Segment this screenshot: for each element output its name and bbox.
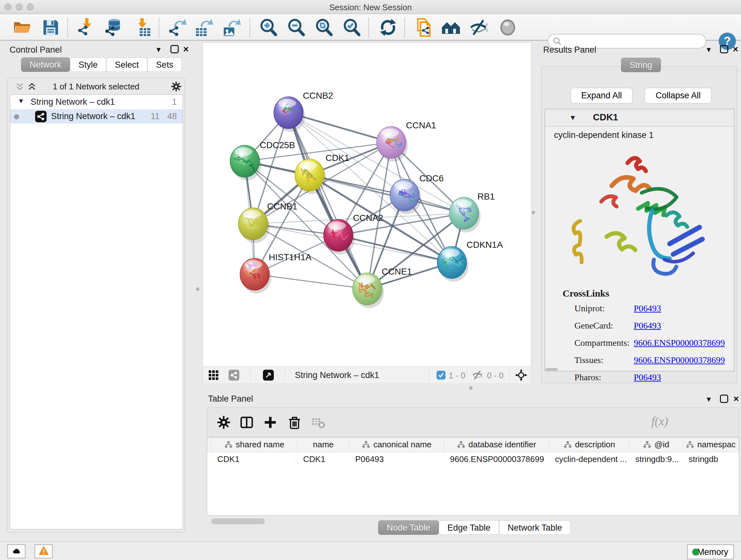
string-results-box: Expand All Collapse All ▼ CDK1 cyclin-de… bbox=[541, 66, 737, 383]
network-row[interactable]: String Network – cdk1 11 48 bbox=[10, 109, 183, 124]
control-tab-sets[interactable]: Sets bbox=[147, 57, 182, 72]
birdseye-crosshair-icon[interactable] bbox=[515, 368, 528, 382]
network-view-icon[interactable] bbox=[228, 370, 239, 381]
crosslink-link[interactable]: 9606.ENSP00000378699 bbox=[634, 355, 725, 365]
table-panel-title: Table Panel bbox=[208, 394, 253, 404]
show-all-button[interactable] bbox=[498, 18, 517, 37]
delete-column-icon[interactable] bbox=[287, 415, 301, 429]
zoom-fit-button[interactable] bbox=[315, 18, 333, 37]
collection-count: 1 bbox=[172, 97, 177, 107]
results-panel-float-button[interactable] bbox=[720, 45, 728, 53]
table-scrollbar-handle[interactable] bbox=[211, 518, 265, 524]
network-canvas[interactable]: CCNB2CCNA1CDC25BCDK1CDC6RB1CCNB1CCNA2CDK… bbox=[203, 43, 531, 367]
hide-selected-button[interactable] bbox=[469, 18, 487, 37]
column-header-canonical-name[interactable]: canonical name bbox=[349, 437, 444, 452]
delete-table-icon[interactable] bbox=[311, 415, 325, 429]
protein-section-header[interactable]: ▼ CDK1 bbox=[545, 109, 734, 126]
table-panel-close-button[interactable]: × bbox=[733, 393, 739, 404]
control-tab-style[interactable]: Style bbox=[70, 57, 106, 72]
network-options-gear-icon[interactable] bbox=[171, 81, 182, 92]
protein-expander-icon[interactable]: ▼ bbox=[569, 114, 576, 122]
collapse-all-button[interactable]: Collapse All bbox=[645, 88, 712, 104]
cloud-status-button[interactable] bbox=[7, 544, 25, 558]
results-tab-string[interactable]: String bbox=[621, 58, 661, 72]
import-network-file-button[interactable] bbox=[77, 18, 96, 37]
first-neighbors-button[interactable] bbox=[442, 18, 460, 37]
row-gutter bbox=[207, 437, 212, 452]
table-tab-network-table[interactable]: Network Table bbox=[499, 520, 571, 535]
grid-view-icon[interactable] bbox=[208, 370, 219, 381]
crosslink-link[interactable]: P06493 bbox=[634, 303, 661, 314]
cell-shared-name[interactable]: CDK1 bbox=[212, 452, 297, 466]
network-icon bbox=[35, 111, 47, 122]
column-header-name[interactable]: name bbox=[297, 437, 349, 452]
network-edge-HIST1H1A-CCNE1[interactable] bbox=[255, 274, 367, 289]
table-toolbar: f(x) bbox=[207, 408, 739, 437]
control-panel-float-button[interactable] bbox=[171, 45, 179, 53]
card-scrollbar-handle[interactable] bbox=[546, 368, 558, 371]
shared-column-icon bbox=[643, 441, 651, 449]
collection-expander-icon[interactable]: ▼ bbox=[18, 98, 24, 105]
detach-view-icon[interactable] bbox=[263, 370, 274, 381]
table-tab-node-table[interactable]: Node Table bbox=[378, 520, 439, 535]
zoom-out-button[interactable] bbox=[287, 18, 306, 37]
zoom-selected-button[interactable] bbox=[342, 18, 361, 37]
column-header-shared-name[interactable]: shared name bbox=[212, 437, 297, 452]
results-panel-close-button[interactable]: × bbox=[733, 44, 738, 55]
show-columns-icon[interactable] bbox=[240, 415, 254, 429]
crosslink-link[interactable]: 9606.ENSP00000378699 bbox=[634, 338, 725, 348]
cell-canonical-name[interactable]: P06493 bbox=[349, 452, 444, 466]
column-header--id[interactable]: @id bbox=[630, 437, 683, 452]
export-table-button[interactable] bbox=[195, 18, 213, 37]
memory-status-button[interactable]: Memory bbox=[687, 544, 734, 559]
selected-checkbox-icon[interactable] bbox=[436, 371, 446, 380]
annotations-document-button[interactable] bbox=[414, 18, 433, 37]
crosslink-row: Uniprot:P06493 bbox=[545, 299, 734, 316]
import-network-database-button[interactable] bbox=[105, 18, 123, 37]
results-panel-menu-icon[interactable]: ▼ bbox=[705, 46, 712, 54]
warnings-button[interactable] bbox=[35, 544, 53, 558]
node-label-CCNE1: CCNE1 bbox=[382, 266, 412, 276]
import-table-file-button[interactable] bbox=[133, 18, 151, 37]
network-view[interactable]: CCNB2CCNA1CDC25BCDK1CDC6RB1CCNB1CCNA2CDK… bbox=[203, 43, 531, 383]
table-panel-float-button[interactable] bbox=[720, 395, 728, 403]
network-selection-row: 1 of 1 Network selected bbox=[7, 81, 185, 92]
network-edge-CCNB2-CCNE1[interactable] bbox=[288, 113, 367, 289]
apply-layout-button[interactable] bbox=[379, 18, 397, 37]
cell-name[interactable]: CDK1 bbox=[297, 452, 349, 466]
right-splitter-handle[interactable] bbox=[532, 211, 535, 214]
crosslink-link[interactable]: P06493 bbox=[634, 372, 661, 382]
table-options-gear-icon[interactable] bbox=[217, 415, 231, 429]
crosslink-row: GeneCard:P06493 bbox=[545, 316, 734, 333]
network-edge-CCNA2-CDKN1A[interactable] bbox=[338, 235, 452, 262]
open-session-button[interactable] bbox=[13, 18, 31, 37]
export-image-button[interactable] bbox=[222, 18, 241, 37]
left-splitter-handle[interactable] bbox=[196, 287, 199, 291]
control-tab-select[interactable]: Select bbox=[106, 57, 147, 72]
cell-database-identifier[interactable]: 9606.ENSP00000378699 bbox=[444, 452, 549, 466]
crosslink-label: Tissues: bbox=[575, 355, 603, 365]
control-panel-menu-icon[interactable]: ▼ bbox=[155, 46, 162, 54]
table-panel-menu-icon[interactable]: ▼ bbox=[705, 395, 712, 403]
add-column-icon[interactable] bbox=[263, 415, 277, 429]
control-tab-network[interactable]: Network bbox=[21, 57, 70, 72]
bottom-splitter-handle[interactable] bbox=[469, 386, 473, 390]
column-header-database-identifier[interactable]: database identifier bbox=[444, 437, 549, 452]
node-label-CCNB2: CCNB2 bbox=[303, 91, 333, 101]
cell-description[interactable]: cyclin-dependent ... bbox=[549, 452, 630, 466]
column-header-namespac[interactable]: namespac bbox=[683, 437, 739, 452]
network-collection-row[interactable]: ▼ String Network – cdk1 1 bbox=[10, 95, 183, 109]
cell-namespac[interactable]: stringdb bbox=[683, 452, 739, 466]
hidden-eye-icon[interactable] bbox=[472, 370, 482, 381]
control-panel-close-button[interactable]: × bbox=[183, 44, 189, 55]
save-session-button[interactable] bbox=[42, 18, 60, 37]
table-row[interactable]: CDK1CDK1P064939606.ENSP00000378699cyclin… bbox=[207, 452, 739, 466]
cell--id[interactable]: stringdb:9... bbox=[630, 452, 683, 466]
function-builder-button[interactable]: f(x) bbox=[651, 414, 668, 428]
crosslink-link[interactable]: P06493 bbox=[634, 320, 661, 331]
zoom-in-button[interactable] bbox=[259, 18, 278, 37]
column-header-description[interactable]: description bbox=[549, 437, 630, 452]
expand-all-button[interactable]: Expand All bbox=[570, 88, 632, 104]
table-tab-edge-table[interactable]: Edge Table bbox=[439, 520, 499, 535]
export-network-button[interactable] bbox=[168, 18, 187, 37]
